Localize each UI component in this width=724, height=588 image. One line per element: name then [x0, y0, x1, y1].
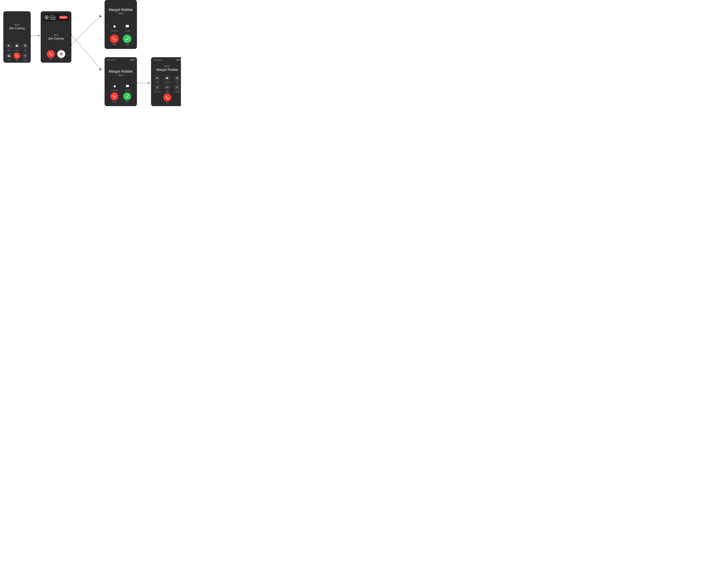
keypad-icon	[24, 54, 27, 57]
accept-icon	[125, 37, 129, 41]
screen4-hold-caller: Jim Carrey	[106, 59, 115, 61]
screen3-caller: Margot Robbie	[109, 8, 133, 12]
end-call-icon	[16, 54, 18, 57]
screen2-time: 00:35	[54, 34, 58, 36]
mute-icon2	[176, 77, 178, 80]
screen3-remind-label: Remind Me	[111, 30, 118, 31]
decline-icon2	[113, 94, 116, 98]
banner-avatar	[44, 15, 49, 20]
screen5-merge-label: Merge calls	[154, 91, 161, 92]
video-icon	[16, 44, 18, 47]
screen1-add-label: Add	[8, 60, 10, 61]
screen2-end-btn[interactable]: End	[47, 50, 55, 60]
speaker-icon	[7, 44, 10, 47]
screen3-accept-btn[interactable]: Accept	[123, 35, 132, 45]
screen1-end-btn[interactable]: End	[14, 52, 21, 61]
screen4-accept-label: Accept	[125, 101, 129, 103]
svg-point-10	[137, 82, 138, 83]
screen3-decline-btn[interactable]: Decline	[110, 35, 119, 45]
screen1-add-btn[interactable]: Add	[5, 52, 12, 61]
screen1-caller: Jim Carrey	[9, 26, 25, 30]
decline-icon	[113, 37, 116, 41]
screen4-hold-label: HOLD	[130, 59, 135, 61]
svg-marker-2	[38, 35, 40, 37]
screen3-calltype: Mobile	[118, 13, 123, 15]
screen4-decline-btn[interactable]: Decline	[110, 92, 118, 103]
screen3-message-label: Message	[125, 30, 130, 31]
add-person-icon	[7, 54, 10, 57]
merge-icon	[156, 86, 159, 89]
screen5-time: 00:02	[165, 65, 169, 67]
screen4-message-label: Message	[125, 89, 130, 91]
screen4-active-calltype: Mobile	[118, 74, 123, 76]
screen3-remind-btn[interactable]: Remind Me	[111, 23, 118, 31]
screen4-decline-label: Decline	[112, 101, 117, 103]
arrow2-up	[72, 13, 105, 46]
screen3-message-btn[interactable]: Message	[124, 23, 130, 31]
screen1-keypad-label: Keypad	[23, 60, 27, 61]
person-icon	[45, 16, 48, 19]
svg-marker-11	[148, 82, 150, 84]
screen3-accept-label: Accept	[125, 44, 129, 45]
screen2-hold-label: Hold	[60, 59, 63, 60]
screen4-remind-btn[interactable]: Remind Me	[111, 84, 118, 91]
pause-icon	[59, 52, 63, 56]
screen4-active-caller: Margot Robbie	[109, 69, 133, 74]
arrow3	[137, 81, 151, 85]
screen5-mute-label: Mute	[176, 82, 179, 83]
video-icon2	[166, 77, 168, 80]
remind-icon	[113, 24, 116, 28]
screen5-switch-btn[interactable]: Switch	[163, 84, 172, 92]
screen1-facetime-label: FaceTime	[14, 49, 20, 51]
screen5-hold-caller: Jim Carrey	[153, 59, 162, 61]
banner-name: Margot Robbie	[50, 16, 58, 20]
message-icon	[125, 24, 129, 28]
accept-icon2	[125, 94, 129, 98]
banner-info: Mobile Margot Robbie	[50, 15, 58, 20]
svg-marker-8	[99, 68, 102, 70]
svg-marker-5	[99, 15, 102, 17]
speaker-icon2	[156, 77, 159, 80]
svg-line-3	[72, 16, 100, 45]
message-icon2	[126, 85, 129, 88]
screen1-audio-btn[interactable]: Audio	[5, 42, 12, 51]
keypad-icon2	[176, 86, 178, 89]
remind-icon2	[113, 85, 116, 88]
switch-icon	[166, 86, 169, 89]
screen2-caller: Jim Carrey	[48, 37, 64, 40]
screen2-hold-btn[interactable]: Hold	[57, 50, 65, 60]
screen4-accept-btn[interactable]: Accept	[123, 92, 131, 103]
screen1-mute-btn[interactable]: Mute	[22, 42, 29, 51]
screen1-facetime-btn[interactable]: FaceTime	[14, 42, 21, 51]
screen5-merge-btn[interactable]: Merge calls	[153, 84, 162, 92]
svg-point-4	[72, 44, 72, 45]
banner-decline-btn[interactable]: Decline	[59, 16, 68, 19]
screen2-end-label: End	[49, 59, 52, 60]
mute-icon	[24, 44, 27, 47]
svg-point-7	[72, 34, 72, 35]
end-icon2	[165, 96, 169, 99]
screen5-facetime-btn[interactable]: FaceTime	[163, 75, 172, 83]
screen5-hold-label: HOLD	[176, 59, 181, 61]
screen4-remind-label: Remind Me	[111, 89, 118, 91]
banner-calltype: Mobile	[50, 15, 58, 16]
screen5-end-label: End	[166, 102, 168, 103]
screen1-keypad-btn[interactable]: Keypad	[22, 52, 29, 61]
screen5-active-caller: Margot Robbie	[156, 68, 178, 71]
screen4-message-btn[interactable]: Message	[125, 84, 130, 91]
screen5-card: Jim Carrey HOLD 00:02 Margot Robbie	[151, 57, 181, 106]
screen1-time: 00:35	[15, 24, 19, 26]
screen5-mute-btn[interactable]: Mute	[173, 75, 181, 83]
svg-line-6	[72, 35, 100, 69]
screen5-keypad-label: Keypad	[175, 91, 179, 92]
screen5-keypad-btn[interactable]: Keypad	[173, 84, 181, 92]
screen2-card: Mobile Margot Robbie Decline 00:35 Jim C…	[41, 11, 72, 63]
screen1-audio-label: Audio	[7, 49, 11, 51]
screen1-card: 00:35 Jim Carrey Audio	[3, 11, 31, 63]
svg-point-1	[31, 35, 31, 36]
screen5-audio-label: Audio	[156, 82, 159, 83]
screen5-switch-label: Switch	[165, 91, 169, 92]
screen5-audio-btn[interactable]: Audio	[153, 75, 162, 83]
incoming-banner: Mobile Margot Robbie Decline	[43, 14, 69, 21]
screen5-end-btn[interactable]: End	[163, 93, 171, 103]
